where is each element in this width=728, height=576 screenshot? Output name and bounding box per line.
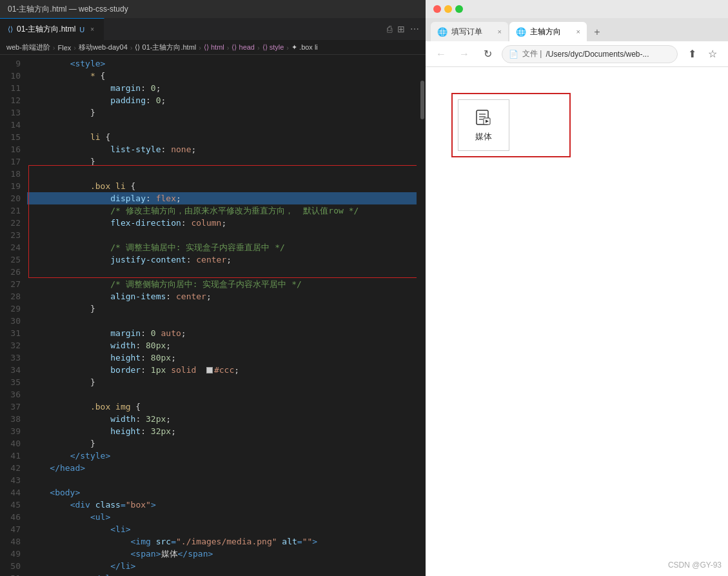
- address-text: /Users/dyc/Documents/web-...: [546, 50, 671, 59]
- browser-max-btn[interactable]: [455, 5, 463, 13]
- code-line-37: .box img {: [27, 401, 417, 413]
- tab1-favicon: 🌐: [437, 27, 448, 37]
- code-line-27: /* 调整侧轴方向居中: 实现盒子内容水平居中 */: [27, 278, 417, 290]
- tab-filename: 01-主轴方向.html: [17, 24, 75, 35]
- new-tab-btn[interactable]: +: [588, 23, 606, 41]
- code-line-11: margin: 0;: [27, 82, 417, 94]
- browser-tab-2[interactable]: 🌐 主轴方向 ×: [509, 22, 587, 41]
- refresh-icon: ↻: [484, 48, 492, 60]
- breadcrumb-head: ⟨⟩ head: [231, 43, 255, 52]
- code-line-26: [27, 266, 417, 278]
- media-icon: [473, 108, 494, 128]
- scrollbar[interactable]: [417, 55, 426, 576]
- code-line-41: </style>: [27, 450, 417, 462]
- code-line-33: height: 80px;: [27, 352, 417, 364]
- code-line-46: <ul>: [27, 511, 417, 523]
- breadcrumb-flex: Flex: [58, 44, 72, 52]
- tab-modified: U: [79, 26, 84, 34]
- code-line-22: flex-direction: column;: [27, 217, 417, 229]
- share-btn[interactable]: ⬆: [683, 45, 701, 63]
- code-line-43: [27, 474, 417, 486]
- breadcrumb-style: ⟨⟩ style: [262, 43, 284, 52]
- editor-title: 01-主轴方向.html — web-css-study: [8, 4, 128, 15]
- code-line-38: width: 32px;: [27, 413, 417, 425]
- code-line-13: }: [27, 106, 417, 119]
- address-bar[interactable]: 📄 文件 | /Users/dyc/Documents/web-...: [502, 45, 678, 63]
- breadcrumb: web-前端进阶 › Flex › 移动web-day04 › ⟨⟩ 01-主轴…: [0, 41, 426, 55]
- back-btn[interactable]: ←: [432, 45, 450, 63]
- breadcrumb-day04: 移动web-day04: [79, 43, 128, 52]
- media-outer-box: 媒体: [451, 93, 571, 157]
- share-icon: ⬆: [688, 48, 696, 60]
- nav-actions: ⬆ ☆: [683, 45, 722, 63]
- code-line-36: [27, 388, 417, 401]
- forward-icon: →: [459, 48, 469, 60]
- forward-btn[interactable]: →: [455, 45, 473, 63]
- browser-close-btn[interactable]: [433, 5, 441, 13]
- browser-tab-bar: 🌐 填写订单 × 🌐 主轴方向 × +: [426, 18, 728, 41]
- action-sync[interactable]: ⎙: [387, 24, 392, 34]
- bookmark-icon: ☆: [708, 48, 717, 60]
- browser-navbar: ← → ↻ 📄 文件 | /Users/dyc/Documents/web-..…: [426, 41, 728, 67]
- code-line-47: <li>: [27, 523, 417, 535]
- bookmark-btn[interactable]: ☆: [703, 45, 722, 63]
- browser-window-controls: [433, 5, 463, 13]
- editor-tabbar: ⟨⟩ 01-主轴方向.html U × ⎙ ⊞ ⋯: [0, 18, 426, 41]
- code-line-25: justify-content: center;: [27, 253, 417, 266]
- editor-panel: 01-主轴方向.html — web-css-study ⟨⟩ 01-主轴方向.…: [0, 0, 426, 576]
- code-line-30: [27, 315, 417, 327]
- address-prefix: 文件 |: [522, 48, 542, 59]
- browser-content: 媒体: [426, 67, 728, 576]
- browser-topbar: [426, 0, 728, 18]
- code-line-32: width: 80px;: [27, 339, 417, 352]
- breadcrumb-html: ⟨⟩ html: [204, 43, 224, 52]
- tab2-label: 主轴方向: [530, 26, 561, 37]
- action-split[interactable]: ⊞: [397, 24, 405, 34]
- breadcrumb-file: ⟨⟩ 01-主轴方向.html: [135, 43, 196, 52]
- action-more[interactable]: ⋯: [410, 24, 419, 34]
- media-label: 媒体: [475, 131, 492, 143]
- line-numbers: 910111213 1415161718 1920212223 24252627…: [0, 55, 27, 576]
- code-line-48: <img src="./images/media.png" alt="">: [27, 535, 417, 548]
- browser-min-btn[interactable]: [444, 5, 452, 13]
- code-line-9: <style>: [27, 57, 417, 70]
- code-line-17: }: [27, 155, 417, 168]
- code-line-16: list-style: none;: [27, 143, 417, 155]
- tab2-close[interactable]: ×: [576, 28, 580, 35]
- code-line-40: }: [27, 437, 417, 450]
- code-line-42: </head>: [27, 462, 417, 474]
- code-line-34: border: 1px solid #ccc;: [27, 364, 417, 376]
- code-line-12: padding: 0;: [27, 94, 417, 106]
- code-line-51: </ul>: [27, 572, 417, 576]
- code-area: 910111213 1415161718 1920212223 24252627…: [0, 55, 426, 576]
- code-line-24: /* 调整主轴居中: 实现盒子内容垂直居中 */: [27, 241, 417, 253]
- breadcrumb-web: web-前端进阶: [6, 43, 50, 52]
- browser-tab-1[interactable]: 🌐 填写订单 ×: [431, 22, 508, 41]
- code-line-35: }: [27, 376, 417, 388]
- tab-close-icon[interactable]: ×: [88, 25, 96, 34]
- file-icon: 📄: [509, 50, 518, 59]
- tab-actions: ⎙ ⊞ ⋯: [380, 24, 426, 34]
- tab-html-icon: ⟨⟩: [8, 25, 13, 34]
- tab2-favicon: 🌐: [516, 27, 526, 37]
- code-line-20: display: flex;: [27, 192, 417, 204]
- code-line-50: </li>: [27, 560, 417, 572]
- code-line-45: <div class="box">: [27, 499, 417, 511]
- code-line-31: margin: 0 auto;: [27, 327, 417, 339]
- code-line-21: /* 修改主轴方向，由原来水平修改为垂直方向， 默认值row */: [27, 204, 417, 217]
- tab1-label: 填写订单: [451, 26, 482, 37]
- code-line-14: [27, 119, 417, 131]
- breadcrumb-boxli: ✦ .box li: [291, 43, 318, 52]
- editor-tab-active[interactable]: ⟨⟩ 01-主轴方向.html U ×: [0, 18, 104, 41]
- code-line-44: <body>: [27, 486, 417, 499]
- csdn-watermark: CSDN @GY-93: [668, 561, 722, 570]
- code-line-23: [27, 229, 417, 241]
- tab1-close[interactable]: ×: [498, 28, 502, 35]
- editor-topbar: 01-主轴方向.html — web-css-study: [0, 0, 426, 18]
- code-line-39: height: 32px;: [27, 425, 417, 437]
- code-line-49: <span>媒体</span>: [27, 548, 417, 560]
- back-icon: ←: [436, 48, 446, 60]
- code-line-10: * {: [27, 70, 417, 82]
- code-line-28: align-items: center;: [27, 290, 417, 303]
- refresh-btn[interactable]: ↻: [478, 45, 497, 63]
